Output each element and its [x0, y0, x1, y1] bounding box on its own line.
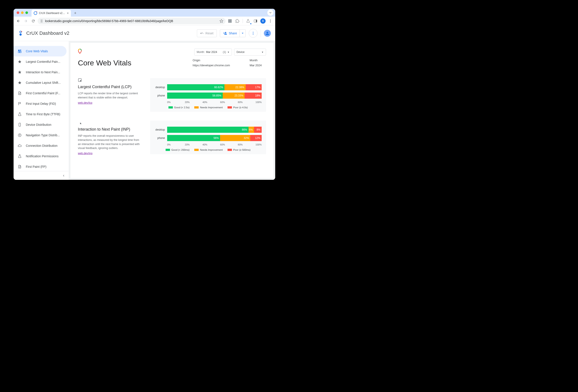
share-button[interactable]: Share: [220, 29, 246, 37]
swatch-icon: [168, 106, 173, 108]
collapse-sidebar-button[interactable]: [14, 171, 69, 180]
reload-button[interactable]: [30, 18, 36, 24]
chart-legend: Good (< 200ms)Needs ImprovementPoor (≥ 5…: [154, 148, 262, 151]
filters: Month: Mar 2024 (1) ▼ Device ▼: [194, 49, 266, 55]
swatch-icon: [166, 149, 170, 151]
bar-row: desktop60.62%22.38%17%: [154, 84, 262, 90]
device-filter[interactable]: Device ▼: [234, 49, 266, 55]
axis-tick: 20%: [185, 143, 203, 146]
origin-label: Origin: [193, 59, 230, 62]
sidebar-item-first-paint-fp[interactable]: First Paint (FP): [14, 161, 66, 172]
sidebar-item-core-web-vitals[interactable]: Core Web Vitals: [14, 46, 66, 56]
month-filter-count: (1): [223, 50, 226, 53]
svg-rect-18: [19, 94, 20, 94]
browser-window: CrUX Dashboard v2 › Core W... × + looker…: [14, 9, 275, 180]
chevron-left-icon: [62, 174, 65, 177]
svg-rect-12: [18, 50, 19, 51]
svg-point-4: [270, 22, 271, 22]
sidebar-item-first-input-delay-fid[interactable]: First Input Delay (FID): [14, 98, 66, 109]
side-panel-button[interactable]: [252, 18, 259, 24]
crux-logo-icon: [78, 49, 82, 54]
svg-point-11: [266, 32, 268, 34]
url-text: lookerstudio.google.com/u/0/reporting/bb…: [45, 19, 218, 23]
chart-legend: Good (< 2.5s)Needs ImprovementPoor (≥ 4.…: [154, 106, 262, 109]
account-button[interactable]: [264, 30, 271, 37]
metric-lcp: Largest Contentful Paint (LCP)LCP report…: [78, 78, 266, 112]
compass-icon: [17, 133, 22, 137]
minimize-window-icon[interactable]: [21, 11, 24, 14]
report-canvas[interactable]: Month: Mar 2024 (1) ▼ Device ▼ Core Web …: [69, 41, 275, 180]
month-filter-label: Month:: [197, 50, 205, 53]
maximize-window-icon[interactable]: [25, 11, 28, 14]
svg-rect-15: [18, 51, 19, 53]
axis-tick: 40%: [203, 101, 220, 103]
reload-icon: [31, 19, 35, 23]
svg-point-3: [270, 21, 271, 21]
sidebar-item-navigation-type-distrib[interactable]: Navigation Type Distrib...: [14, 130, 66, 141]
metric-chart[interactable]: desktop86%6%8%phone56%32%12%0%20%40%60%8…: [150, 121, 266, 154]
profile-button[interactable]: B: [260, 18, 266, 24]
labs-button[interactable]: [245, 18, 251, 24]
url-field[interactable]: lookerstudio.google.com/u/0/reporting/bb…: [38, 18, 226, 24]
sidebar-item-largest-contentful-pain[interactable]: Largest Contentful Pain...: [14, 56, 66, 67]
extensions-button[interactable]: [234, 18, 241, 24]
axis-tick: 0%: [167, 143, 185, 146]
looker-studio-logo-icon: [18, 31, 23, 36]
swatch-icon: [228, 106, 232, 108]
doc-icon: [17, 91, 22, 95]
bar-track: 56%32%12%: [167, 135, 262, 141]
back-button[interactable]: [15, 18, 21, 24]
axis-tick: 20%: [185, 101, 203, 103]
close-tab-icon[interactable]: ×: [67, 11, 69, 15]
extension-icon[interactable]: [227, 18, 233, 24]
sidebar-item-connection-distribution[interactable]: Connection Distribution: [14, 141, 66, 151]
legend-item-needs-improvement: Needs Improvement: [194, 106, 223, 109]
metric-link[interactable]: web.dev/lcp: [78, 101, 92, 104]
forward-button[interactable]: [23, 18, 29, 24]
sidebar-item-notification-permissions[interactable]: Notification Permissions: [14, 151, 66, 161]
share-dropdown-button[interactable]: [240, 30, 245, 37]
origin-meta: Origin https://developer.chrome.com: [193, 59, 230, 67]
bar-segment-poor: 17%: [246, 84, 262, 90]
dots-vertical-icon: [251, 31, 255, 35]
sidebar-item-label: Connection Distribution: [26, 144, 57, 147]
new-tab-button[interactable]: +: [72, 10, 78, 16]
month-filter[interactable]: Month: Mar 2024 (1) ▼: [194, 49, 232, 55]
bookmark-star-icon[interactable]: [219, 19, 223, 23]
close-window-icon[interactable]: [17, 11, 19, 14]
sidebar-item-label: Cumulative Layout Shift...: [26, 81, 61, 84]
share-label: Share: [229, 32, 237, 35]
legend-item-needs-improvement: Needs Improvement: [194, 148, 223, 151]
svg-point-7: [21, 31, 22, 32]
site-settings-icon[interactable]: [40, 19, 43, 23]
dots-vertical-icon: [268, 19, 272, 23]
bar-segment-good: 58.85%: [167, 93, 223, 99]
metric-chart[interactable]: desktop60.62%22.38%17%phone58.85%23.33%1…: [150, 78, 266, 112]
tab-favicon-icon: [34, 11, 37, 15]
metric-desc: LCP reports the render time of the large…: [78, 92, 141, 100]
more-options-button[interactable]: [249, 29, 257, 38]
axis-tick: 40%: [203, 143, 220, 146]
sidebar-item-interaction-to-next-pain[interactable]: Interaction to Next Pain...: [14, 67, 66, 77]
legend-label: Poor (≥ 500ms): [233, 148, 250, 151]
flask-icon: [246, 19, 250, 23]
axis-tick: 60%: [220, 101, 238, 103]
sidebar-item-time-to-first-byte-ttfb[interactable]: Time to First Byte (TTFB): [14, 109, 66, 119]
svg-point-9: [253, 33, 253, 34]
sidebar-item-first-contentful-paint-f[interactable]: First Contentful Paint (F...: [14, 88, 66, 98]
bar-segment-needs-improvement: 22.38%: [225, 84, 246, 90]
sidebar-item-label: Core Web Vitals: [26, 49, 48, 53]
sidebar: Core Web VitalsLargest Contentful Pain..…: [14, 41, 69, 180]
bar-category-label: desktop: [154, 128, 167, 131]
metric-link[interactable]: web.dev/inp: [78, 152, 93, 155]
tab-overflow-button[interactable]: [267, 10, 274, 16]
month-label: Month: [250, 59, 262, 62]
browser-menu-button[interactable]: [267, 18, 274, 24]
arrow-left-icon: [16, 19, 20, 23]
sidebar-item-cumulative-layout-shift[interactable]: Cumulative Layout Shift...: [14, 77, 66, 88]
reset-button[interactable]: Reset: [197, 29, 217, 37]
legend-label: Poor (≥ 4.0s): [233, 106, 248, 109]
browser-tab[interactable]: CrUX Dashboard v2 › Core W... ×: [32, 10, 71, 17]
bar-row: phone58.85%23.33%18%: [154, 93, 262, 99]
sidebar-item-device-distribution[interactable]: Device Distribution: [14, 119, 66, 130]
